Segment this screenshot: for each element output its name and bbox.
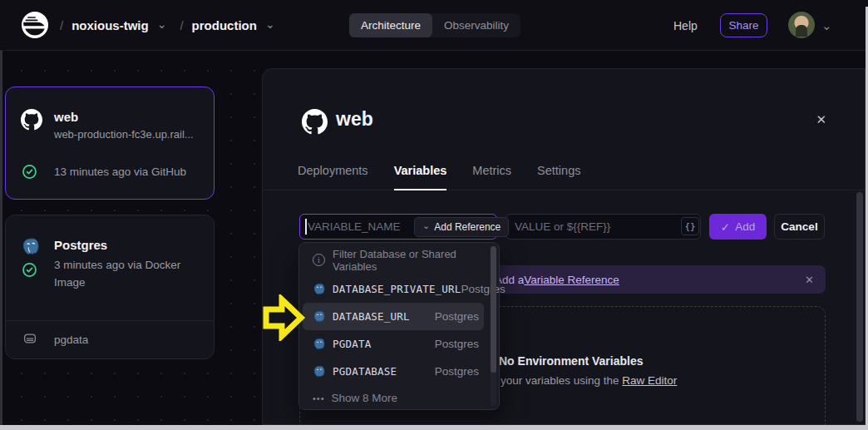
add-reference-button[interactable]: ⌄ Add Reference [414, 217, 509, 237]
info-icon: i [313, 254, 325, 266]
variable-source: Postgres [435, 310, 489, 323]
postgres-icon [313, 365, 326, 378]
show-more-label: Show 8 More [332, 392, 398, 404]
tab-observability[interactable]: Observability [432, 13, 520, 37]
tab-metrics[interactable]: Metrics [472, 159, 511, 190]
volume-name[interactable]: pgdata [54, 332, 88, 349]
panel-title: web [336, 108, 373, 131]
variable-name: DATABASE_PRIVATE_URL [333, 283, 461, 295]
tab-variables[interactable]: Variables [394, 159, 447, 190]
dropdown-item-database-url[interactable]: DATABASE_URL Postgres [299, 303, 489, 330]
variable-source: Postgres [435, 338, 489, 350]
empty-state-title: No Environment Variables [499, 354, 644, 368]
variable-reference-link[interactable]: Variable Reference [524, 274, 619, 286]
raw-value-toggle-icon[interactable]: {} [681, 217, 699, 235]
breadcrumb-separator: / [180, 18, 183, 32]
filter-placeholder: Filter Database or Shared Variables [333, 248, 489, 273]
service-name: web [54, 110, 78, 124]
view-switcher: Architecture Observability [349, 13, 520, 37]
breadcrumb-project[interactable]: noxious-twig [72, 18, 149, 32]
dropdown-item-pgdata[interactable]: PGDATA Postgres [299, 330, 489, 358]
variable-source: Postgres [461, 283, 515, 295]
tab-deployments[interactable]: Deployments [298, 159, 368, 190]
check-icon: ✓ [721, 220, 730, 234]
service-name: Postgres [54, 238, 107, 252]
chevron-down-icon[interactable]: ⌄ [157, 17, 167, 31]
dropdown-show-more[interactable]: ••• Show 8 More [299, 384, 489, 412]
share-button[interactable]: Share [720, 13, 767, 37]
service-card-postgres[interactable]: Postgres 3 minutes ago via Docker Image … [5, 215, 215, 359]
variable-source: Postgres [435, 365, 489, 378]
volume-icon [22, 331, 37, 346]
panel-scrollbar-thumb[interactable] [856, 192, 863, 422]
text-cursor [305, 219, 307, 235]
add-reference-label: Add Reference [434, 221, 501, 233]
deploy-status: 13 minutes ago via GitHub [54, 164, 186, 181]
postgres-icon [21, 237, 41, 257]
railway-app-window: / noxious-twig ⌄ / production ⌄ Architec… [0, 0, 868, 430]
breadcrumb-separator: / [60, 18, 63, 32]
breadcrumb: / noxious-twig ⌄ / production ⌄ [60, 0, 280, 51]
dropdown-item-database-private-url[interactable]: DATABASE_PRIVATE_URL Postgres [299, 275, 489, 303]
empty-state-subtitle: your variables using the [501, 374, 622, 387]
railway-logo-icon[interactable] [22, 12, 48, 38]
variable-value-input[interactable] [506, 214, 701, 240]
variable-name: DATABASE_URL [333, 310, 410, 323]
chevron-down-icon[interactable]: ⌄ [265, 17, 275, 31]
pointer-arrow-icon [261, 294, 306, 341]
add-button[interactable]: ✓ Add [709, 214, 767, 240]
service-domain[interactable]: web-production-fc3e.up.rail... [54, 128, 194, 141]
service-card-web[interactable]: web web-production-fc3e.up.rail... 13 mi… [5, 86, 215, 200]
dropdown-item-pgdatabase[interactable]: PGDATABASE Postgres [299, 358, 489, 385]
variable-reference-dropdown: i Filter Database or Shared Variables DA… [298, 242, 500, 410]
tab-architecture[interactable]: Architecture [349, 13, 432, 37]
dropdown-scrollbar-thumb[interactable] [491, 246, 496, 373]
postgres-icon [313, 338, 326, 351]
cancel-button[interactable]: Cancel [774, 214, 825, 240]
github-icon [21, 109, 42, 131]
postgres-icon [313, 310, 326, 324]
chevron-down-icon[interactable]: ⌄ [821, 0, 832, 51]
variable-name: PGDATA [333, 338, 371, 350]
window-frame-bottom [0, 425, 868, 430]
left-window-edge [0, 51, 2, 425]
close-icon[interactable]: ✕ [805, 265, 814, 294]
top-navbar: / noxious-twig ⌄ / production ⌄ Architec… [0, 0, 868, 51]
close-icon[interactable]: ✕ [816, 112, 826, 127]
postgres-icon [313, 283, 326, 296]
card-divider [6, 320, 214, 321]
ellipsis-icon: ••• [313, 393, 325, 403]
chevron-down-icon: ⌄ [422, 220, 430, 231]
variable-name: PGDATABASE [333, 365, 397, 378]
raw-editor-link[interactable]: Raw Editor [622, 374, 677, 387]
tab-settings[interactable]: Settings [537, 159, 580, 190]
deploy-success-icon [22, 262, 37, 278]
dropdown-filter-row[interactable]: i Filter Database or Shared Variables [299, 246, 489, 274]
breadcrumb-environment[interactable]: production [192, 18, 257, 32]
avatar[interactable] [788, 12, 815, 38]
deploy-status: 3 minutes ago via Docker Image [54, 257, 187, 292]
deploy-success-icon [22, 164, 37, 180]
add-button-label: Add [735, 220, 755, 233]
panel-tabs: Deployments Variables Metrics Settings [263, 159, 865, 190]
help-link[interactable]: Help [673, 0, 698, 51]
github-icon [302, 109, 328, 135]
service-detail-panel: web ✕ Deployments Variables Metrics Sett… [262, 68, 866, 425]
